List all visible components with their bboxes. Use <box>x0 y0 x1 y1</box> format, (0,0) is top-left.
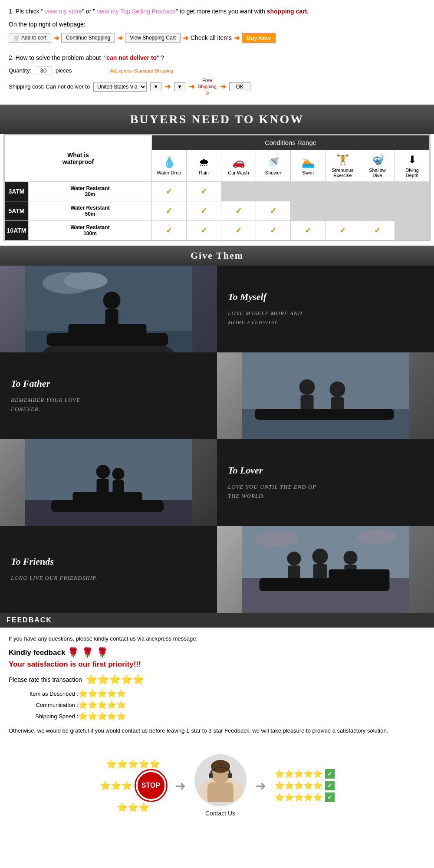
rate-label: Please rate this transaction <box>9 676 82 683</box>
waterproof-table: What iswaterproof Conditions Range 💧 Wat… <box>4 135 430 240</box>
item-described-row: Item as Described : ⭐⭐⭐⭐⭐ <box>9 689 425 698</box>
10atm-check-6: ✓ <box>326 221 360 240</box>
flow-arrow-1: ➜ <box>175 778 186 793</box>
arrow-shipping-3: ➜ <box>220 82 226 91</box>
cart-icon: 🛒 <box>13 35 20 41</box>
rain-icon: 🌧 <box>188 156 219 168</box>
gift-grid: To Myself Love myself more andmore every… <box>0 266 434 613</box>
shipping-speed-row: Shipping Speed : ⭐⭐⭐⭐⭐ <box>9 711 425 721</box>
arrow-1: ➜ <box>53 34 59 42</box>
arrow-shipping-2: ➜ <box>189 82 194 91</box>
10atm-desc: Water Resistant100m <box>29 221 152 240</box>
shipping-cost-row: Shipping cost: Can not deliver to United… <box>9 77 425 96</box>
gift-photo-father <box>217 352 434 439</box>
svg-point-13 <box>330 381 345 397</box>
gift-row-4: To Friends Long live our friendship. <box>0 526 434 613</box>
buyers-banner-title: BUYERS NEED TO KNOW <box>8 112 426 126</box>
strenuous-label: StrenuousExercise <box>332 168 353 178</box>
5atm-desc: Water Resistant50m <box>29 201 152 221</box>
contact-us-label: Contact Us <box>205 810 235 817</box>
rose-icons: 🌹 🌹 🌹 <box>67 647 108 658</box>
feedback-banner-title: FEEDBACK <box>7 616 427 624</box>
item-described-stars: ⭐⭐⭐⭐⭐ <box>78 689 126 698</box>
shallow-dive-icon: 🤿 <box>362 154 393 166</box>
svg-rect-15 <box>255 409 394 420</box>
to-lover-body: Love you until the end ofthe world. <box>228 483 423 501</box>
contact-person-image <box>194 754 247 806</box>
satisfaction-text: Your satisfaction is our first priority!… <box>9 660 425 669</box>
10atm-check-4: ✓ <box>256 221 291 240</box>
svg-point-28 <box>312 549 328 564</box>
svg-point-8 <box>64 272 108 289</box>
shopping-instructions-line1: 1. Pls chick " view my store" or " view … <box>9 7 425 16</box>
gift-photo-myself <box>0 266 217 352</box>
swim-label: Swim <box>302 170 314 175</box>
svg-rect-41 <box>228 773 232 778</box>
5atm-check-4: ✓ <box>256 201 291 221</box>
buy-now-button[interactable]: Buy Now <box>242 33 276 43</box>
add-to-cert-button[interactable]: 🛒 Add to cert <box>9 33 51 43</box>
icon-shallow-dive: 🤿 ShallowDive <box>360 150 395 182</box>
top-right-label: On the top right of webpage: <box>9 20 425 29</box>
ok-button[interactable]: OK <box>229 82 250 91</box>
give-them-title: Give Them <box>4 250 430 261</box>
5atm-cell-5 <box>291 201 326 221</box>
gift-to-myself: To Myself Love myself more andmore every… <box>217 266 434 352</box>
view-shopping-cart-button[interactable]: View Shopping Cart <box>125 33 181 43</box>
quantity-input[interactable] <box>35 66 52 75</box>
table-row: 10ATM Water Resistant100m ✓ ✓ ✓ ✓ ✓ ✓ ✓ <box>5 221 430 240</box>
10atm-check-5: ✓ <box>291 221 326 240</box>
5atm-cell-8 <box>395 201 430 221</box>
icon-diving-depth: ⬇ DivingDepth <box>395 150 430 182</box>
country-select[interactable]: United States Via <box>93 82 147 92</box>
svg-point-20 <box>112 468 125 480</box>
contact-block: Contact Us <box>194 754 247 817</box>
svg-point-30 <box>344 551 358 565</box>
10atm-label: 10ATM <box>5 221 29 240</box>
3atm-cell-5 <box>291 182 326 201</box>
svg-rect-23 <box>73 492 142 504</box>
icon-rain: 🌧 Rain <box>187 150 221 182</box>
3atm-cell-6 <box>326 182 360 201</box>
low-stars-block: ⭐⭐⭐⭐⭐ ⭐⭐⭐ STOP ⭐⭐⭐ <box>100 759 166 812</box>
gift-row-2: To Father Remember your loveforever. <box>0 352 434 439</box>
item-described-label: Item as Described : <box>9 690 78 697</box>
continue-shopping-button[interactable]: Continue Shopping <box>61 33 115 43</box>
to-friends-heading: To Friends <box>11 556 206 567</box>
low-star-row-2: ⭐⭐⭐ <box>100 780 132 791</box>
10atm-check-2: ✓ <box>187 221 221 240</box>
svg-rect-38 <box>207 783 233 802</box>
5atm-check-3: ✓ <box>221 201 256 221</box>
shower-label: Shower <box>265 170 281 175</box>
low-star-row-1: ⭐⭐⭐⭐⭐ <box>106 759 160 769</box>
communication-label: Communication : <box>9 702 78 708</box>
high-star-2: ⭐⭐⭐⭐⭐ <box>275 781 322 790</box>
waterproof-table-container: What iswaterproof Conditions Range 💧 Wat… <box>3 134 431 241</box>
5atm-cell-6 <box>326 201 360 221</box>
free-shipping-box: FreeShipping ⊕ <box>198 77 217 96</box>
view-store-link[interactable]: view my store <box>45 8 82 15</box>
dropdown-button[interactable]: ▼ <box>150 82 161 91</box>
icon-shower: 🚿 Shower <box>256 150 291 182</box>
rate-stars: ⭐⭐⭐⭐⭐ <box>85 674 144 685</box>
to-father-heading: To Father <box>11 378 206 389</box>
swim-icon: 🏊 <box>293 156 323 168</box>
svg-point-11 <box>299 379 315 395</box>
communication-stars: ⭐⭐⭐⭐⭐ <box>78 700 126 710</box>
shipping-speed-stars: ⭐⭐⭐⭐⭐ <box>78 711 126 721</box>
icon-strenuous: 🏋 StrenuousExercise <box>326 150 360 182</box>
svg-rect-40 <box>209 773 213 778</box>
arrow-3: ➜ <box>183 34 188 42</box>
svg-rect-6 <box>69 324 147 337</box>
kindly-feedback-row: Kindly feedback 🌹 🌹 🌹 <box>9 647 425 658</box>
feedback-banner: FEEDBACK <box>0 613 434 628</box>
10atm-check-3: ✓ <box>221 221 256 240</box>
shallow-dive-label: ShallowDive <box>369 168 386 178</box>
view-top-selling-link[interactable]: view my Top Selling Products <box>97 8 176 15</box>
shipping-speed-label: Shipping Speed : <box>9 713 78 720</box>
dropdown-button-2[interactable]: ▼ <box>174 82 185 91</box>
contact-person-svg <box>199 759 242 802</box>
5atm-cell-7 <box>360 201 395 221</box>
diving-depth-icon: ⬇ <box>397 154 427 166</box>
to-myself-heading: To Myself <box>228 291 423 302</box>
